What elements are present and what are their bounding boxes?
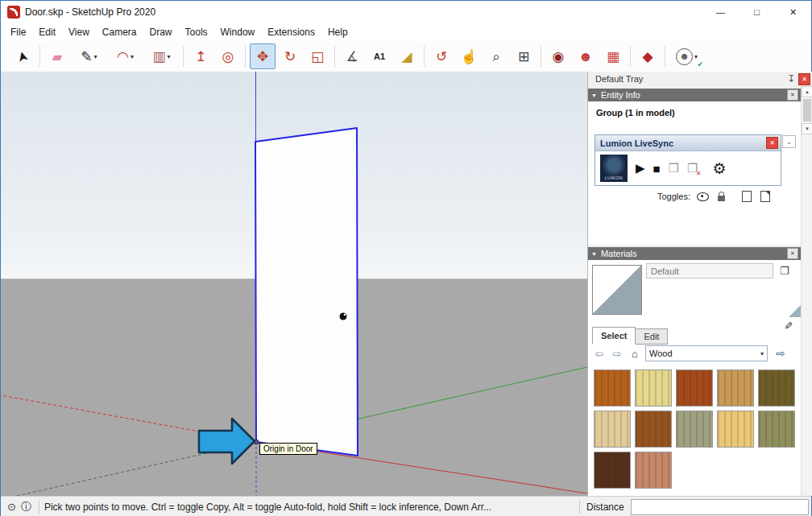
materials-tab[interactable]: Edit <box>635 328 668 345</box>
toolbar-button[interactable]: ▾ <box>541 46 541 67</box>
secondary-pane-icon[interactable]: ❐ <box>780 265 789 277</box>
lumion-sync-button[interactable]: ❒ <box>669 161 679 175</box>
back-arrow-icon[interactable]: ⇦ <box>592 346 607 361</box>
model-viewport[interactable]: Origin in Door <box>1 72 587 496</box>
pushpull-tool[interactable]: ↥ ▾ <box>188 43 213 69</box>
toolbar-button[interactable]: ▾ <box>334 46 335 67</box>
toolbar-button[interactable]: ▾ <box>39 46 40 67</box>
tray-scrollbar[interactable]: ▲ ▼ <box>801 86 812 496</box>
menu-item[interactable]: Edit <box>32 24 62 40</box>
close-button[interactable]: ✕ <box>775 1 811 23</box>
wood-rosewood-salmon[interactable] <box>635 452 672 489</box>
scale-tool[interactable]: ◱ ▾ <box>304 43 330 69</box>
in-model-home-icon[interactable]: ⌂ <box>628 346 642 361</box>
toolbar-button[interactable]: ▾ <box>183 46 184 67</box>
text-tool[interactable]: A1 ▾ <box>367 43 392 69</box>
panel-chevron-button[interactable]: ⌄ <box>782 135 796 148</box>
wood-driftwood-gray[interactable] <box>676 411 713 448</box>
tool-icon: ▦ <box>607 50 619 64</box>
dropdown-arrow-icon[interactable]: ▾ <box>94 53 97 60</box>
menu-item[interactable]: Tools <box>179 24 214 40</box>
menu-item[interactable]: Extensions <box>261 24 321 40</box>
wood-dark-olive[interactable] <box>758 369 795 407</box>
lumion-play-button[interactable]: ▶ <box>636 161 645 175</box>
dropdown-arrow-icon[interactable]: ▾ <box>694 53 698 60</box>
menu-item[interactable]: Camera <box>96 24 143 40</box>
zoom-extents-tool[interactable]: ⊞ ▾ <box>511 43 536 69</box>
paint-bucket-tool[interactable]: ◢ ▾ <box>394 43 420 69</box>
lumion-stop-sync-button[interactable]: ❒✕ <box>687 161 698 175</box>
arc-tool[interactable]: ◠ ▾ <box>108 43 143 69</box>
geolocation-icon[interactable]: ⊙ <box>7 501 16 513</box>
material-name-field[interactable]: Default <box>646 263 773 279</box>
tray-close-button[interactable]: ✕ <box>798 73 810 85</box>
toggle-tags-button[interactable] <box>740 189 754 204</box>
offset-tool[interactable]: ◎ ▾ <box>215 43 241 69</box>
pin-icon[interactable]: ↧ <box>787 73 795 85</box>
wood-walnut-dark[interactable] <box>594 452 631 489</box>
menu-item[interactable]: View <box>62 24 96 40</box>
menu-item[interactable]: Help <box>321 24 354 40</box>
extension-button-2[interactable]: ☻ ▾ <box>573 43 599 69</box>
forward-arrow-icon[interactable]: ⇨ <box>610 346 624 361</box>
details-arrow-icon[interactable]: ⇨ <box>773 346 789 361</box>
entity-info-header[interactable]: ▼ Entity Info ✕ <box>588 89 802 101</box>
pan-tool[interactable]: ☝ ▾ <box>456 43 482 69</box>
toolbar-button[interactable]: ▾ <box>424 46 425 67</box>
scroll-up-button[interactable]: ▲ <box>802 86 812 97</box>
wood-oak-boards[interactable] <box>717 369 754 407</box>
materials-tab[interactable]: Select <box>592 327 636 345</box>
collapse-icon[interactable]: ▼ <box>591 93 597 98</box>
materials-close-button[interactable]: ✕ <box>787 248 798 259</box>
orbit-tool[interactable]: ↺ ▾ <box>429 43 454 69</box>
toggle-visibility-button[interactable] <box>696 189 710 204</box>
measurement-area: Distance <box>579 497 811 516</box>
lumion-settings-gear-icon[interactable]: ⚙ <box>713 159 727 178</box>
measurement-input[interactable] <box>631 499 809 515</box>
wood-mahogany[interactable] <box>676 369 713 407</box>
eraser-tool[interactable]: ▰ ▾ <box>44 43 70 69</box>
wood-parquet-light[interactable] <box>594 411 631 448</box>
menu-item[interactable]: Window <box>214 24 262 40</box>
dropdown-arrow-icon[interactable]: ▾ <box>130 53 134 60</box>
materials-collection-dropdown[interactable]: Wood ▾ <box>645 345 768 361</box>
shapes-tool[interactable]: ▥ ▾ <box>144 43 179 69</box>
door-group[interactable] <box>255 128 358 456</box>
tool-icon: ∡ <box>346 50 358 64</box>
maximize-button[interactable]: □ <box>739 1 775 23</box>
toolbar-button[interactable]: ▾ <box>665 46 665 67</box>
minimize-button[interactable]: — <box>702 1 739 23</box>
extension-button-1[interactable]: ◉ ▾ <box>545 43 571 69</box>
materials-header[interactable]: ▼ Materials ✕ <box>588 247 802 260</box>
info-icon[interactable]: ⓘ <box>21 500 31 514</box>
extension-button-3[interactable]: ▦ ▾ <box>600 43 626 69</box>
entity-info-close-button[interactable]: ✕ <box>787 89 798 101</box>
zoom-tool[interactable]: ⌕ ▾ <box>483 43 509 69</box>
extension-button-4[interactable]: ◆ ▾ <box>635 43 661 69</box>
move-tool[interactable]: ✥ ▾ <box>250 43 276 69</box>
line-tool[interactable]: ✎ ▾ <box>72 43 106 69</box>
dropdown-arrow-icon[interactable]: ▾ <box>168 53 171 60</box>
wood-cherry[interactable] <box>594 369 631 407</box>
lumion-close-button[interactable]: ✕ <box>766 137 778 149</box>
wood-moss[interactable] <box>758 411 795 448</box>
toggle-lock-button[interactable] <box>715 189 729 204</box>
wood-light-maple[interactable] <box>635 369 672 407</box>
chevron-down-icon: ▾ <box>760 350 764 357</box>
select-tool[interactable]: ➤ ▾ <box>10 43 35 69</box>
tape-measure-tool[interactable]: ∡ ▾ <box>339 43 365 69</box>
toolbar-button[interactable]: ▾ <box>630 46 631 67</box>
toggle-components-button[interactable] <box>758 189 773 204</box>
menu-item[interactable]: File <box>4 24 32 40</box>
scroll-down-button[interactable]: ▼ <box>802 123 812 134</box>
sample-paint-icon[interactable]: ✎ <box>782 321 794 330</box>
lumion-stop-button[interactable]: ■ <box>653 162 661 175</box>
menu-item[interactable]: Draw <box>143 24 179 40</box>
rotate-tool[interactable]: ↻ ▾ <box>277 43 303 69</box>
scroll-thumb[interactable] <box>803 99 811 122</box>
account-button[interactable]: ☻ ▾ <box>669 43 704 69</box>
toolbar-button[interactable]: ▾ <box>245 46 246 67</box>
wood-herringbone[interactable] <box>635 411 672 448</box>
collapse-icon[interactable]: ▼ <box>591 251 597 257</box>
wood-bamboo-light[interactable] <box>717 411 754 448</box>
